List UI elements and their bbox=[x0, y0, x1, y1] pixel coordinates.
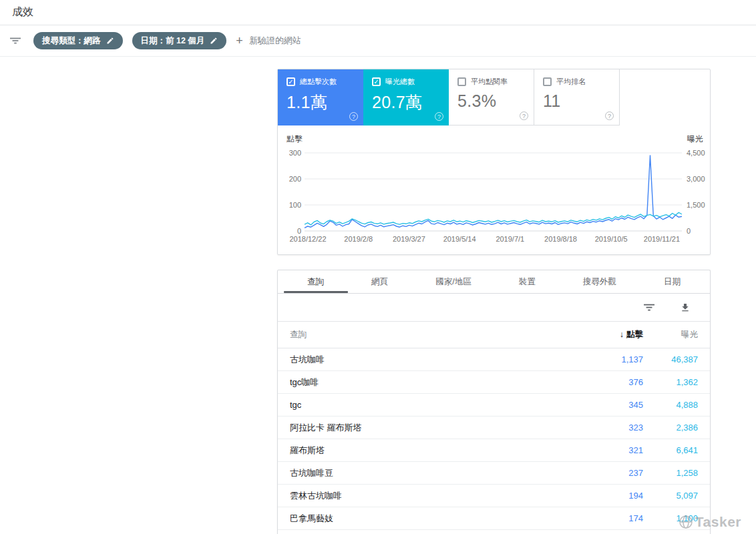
metric-label: 平均排名 bbox=[556, 77, 586, 87]
axis-tick-label: 2018/12/22 bbox=[289, 235, 326, 243]
metric-value: 1.1萬 bbox=[287, 91, 363, 113]
checkbox-unchecked-icon[interactable] bbox=[457, 77, 466, 86]
metric-value: 11 bbox=[543, 91, 619, 111]
axis-tick-label: 2019/8/18 bbox=[544, 235, 577, 243]
edit-pencil-icon bbox=[210, 37, 218, 45]
checkbox-checked-icon[interactable]: ✓ bbox=[287, 77, 295, 86]
query-cell: 雲林古坑咖啡 bbox=[278, 490, 570, 502]
axis-tick-label: 2019/5/14 bbox=[443, 235, 476, 243]
metric-label: 曝光總數 bbox=[385, 77, 415, 87]
filter-chip-date-range[interactable]: 日期：前 12 個月 bbox=[132, 32, 227, 49]
axis-tick-label: 300 bbox=[289, 149, 301, 157]
impressions-cell: 5,097 bbox=[643, 491, 710, 501]
plus-icon: + bbox=[236, 35, 243, 47]
clicks-cell: 194 bbox=[570, 491, 643, 501]
tab-dates[interactable]: 日期 bbox=[660, 270, 685, 293]
clicks-cell: 321 bbox=[570, 445, 643, 455]
help-icon[interactable]: ? bbox=[605, 111, 614, 120]
metric-value: 5.3% bbox=[457, 91, 534, 111]
table-row[interactable]: 羅布斯塔 321 6,641 bbox=[278, 439, 710, 462]
axis-tick-label: 2019/10/5 bbox=[595, 235, 628, 243]
table-row[interactable]: 古坑咖啡 1,137 46,387 bbox=[278, 348, 710, 371]
add-new-comparison-button[interactable]: + 新驗證的網站 bbox=[236, 35, 301, 47]
sort-descending-icon: ↓ bbox=[620, 330, 624, 339]
clicks-cell: 1,137 bbox=[570, 354, 643, 364]
metric-value: 20.7萬 bbox=[372, 91, 449, 113]
query-cell: 巴拿馬藝妓 bbox=[278, 513, 570, 525]
impressions-cell: 6,641 bbox=[643, 445, 710, 455]
main-content: ✓ 總點擊次數 1.1萬 ? ✓ 曝光總數 20.7萬 ? 平均點閱率 bbox=[277, 69, 711, 534]
impressions-cell: 1,258 bbox=[643, 468, 710, 478]
query-cell: 羅布斯塔 bbox=[278, 445, 570, 457]
axis-tick-label: 200 bbox=[289, 175, 301, 183]
metric-label: 總點擊次數 bbox=[300, 77, 337, 87]
metric-tile-average-position[interactable]: 平均排名 11 ? bbox=[534, 69, 620, 125]
filter-list-icon[interactable] bbox=[7, 32, 24, 49]
query-cell: 古坑咖啡豆 bbox=[278, 467, 570, 479]
impressions-cell: 1,362 bbox=[643, 377, 710, 387]
chart-plot-area[interactable] bbox=[305, 153, 682, 231]
active-tab-underline bbox=[284, 291, 348, 293]
tab-search-appearance[interactable]: 搜尋外觀 bbox=[579, 270, 620, 293]
checkbox-unchecked-icon[interactable] bbox=[543, 77, 552, 86]
download-icon[interactable] bbox=[677, 299, 694, 316]
axis-tick-label: 2019/2/8 bbox=[344, 235, 373, 243]
tab-queries[interactable]: 查詢 bbox=[303, 270, 328, 293]
impressions-cell: 46,387 bbox=[643, 354, 710, 364]
axis-tick-label: 4,500 bbox=[687, 149, 705, 157]
metric-label: 平均點閱率 bbox=[471, 77, 508, 87]
table-row[interactable]: tgc 345 4,888 bbox=[278, 394, 710, 417]
table-header-row: 查詢 ↓點擊 曝光 bbox=[278, 322, 710, 348]
dimensions-table-card: 查詢 網頁 國家/地區 裝置 搜尋外觀 日期 查詢 ↓點擊 曝光 bbox=[277, 270, 711, 534]
axis-tick-label: 2019/7/1 bbox=[496, 235, 524, 243]
edit-pencil-icon bbox=[106, 37, 114, 45]
query-cell: 古坑咖啡 bbox=[278, 354, 570, 366]
metric-tile-total-clicks[interactable]: ✓ 總點擊次數 1.1萬 ? bbox=[278, 69, 363, 125]
table-row[interactable]: 古坑咖啡豆 237 1,258 bbox=[278, 462, 710, 485]
table-row[interactable]: 阿拉比卡 羅布斯塔 323 2,386 bbox=[278, 417, 710, 439]
filter-bar: 搜尋類型：網路 日期：前 12 個月 + 新驗證的網站 bbox=[0, 25, 756, 57]
axis-tick-label: 2019/3/27 bbox=[393, 235, 425, 243]
impressions-cell: 1,100 bbox=[643, 513, 710, 523]
query-cell: tgc bbox=[278, 400, 570, 410]
metric-tile-total-impressions[interactable]: ✓ 曝光總數 20.7萬 ? bbox=[363, 69, 449, 125]
table-row[interactable]: 巴拿馬藝妓 174 1,100 bbox=[278, 507, 710, 530]
app-header: 成效 bbox=[0, 0, 756, 25]
dimension-tabs: 查詢 網頁 國家/地區 裝置 搜尋外觀 日期 bbox=[278, 270, 710, 294]
tab-devices[interactable]: 裝置 bbox=[515, 270, 540, 293]
query-cell: 阿拉比卡 羅布斯塔 bbox=[278, 422, 570, 434]
table-row[interactable]: tgc咖啡 376 1,362 bbox=[278, 371, 710, 394]
filter-chip-search-type[interactable]: 搜尋類型：網路 bbox=[33, 32, 123, 49]
clicks-cell: 345 bbox=[570, 400, 643, 410]
impressions-cell: 2,386 bbox=[643, 423, 710, 433]
axis-tick-label: 100 bbox=[289, 201, 301, 209]
column-header-impressions[interactable]: 曝光 bbox=[643, 329, 710, 340]
axis-tick-label: 0 bbox=[297, 227, 301, 235]
help-icon[interactable]: ? bbox=[349, 112, 358, 121]
checkbox-checked-icon[interactable]: ✓ bbox=[372, 77, 381, 86]
filter-chip-search-type-label: 搜尋類型：網路 bbox=[42, 35, 101, 47]
axis-tick-label: 1,500 bbox=[687, 201, 705, 209]
column-header-clicks[interactable]: ↓點擊 bbox=[570, 329, 643, 340]
help-icon[interactable]: ? bbox=[520, 111, 528, 120]
x-axis-ticks: 2018/12/222019/2/82019/3/272019/5/142019… bbox=[305, 235, 682, 244]
filter-chip-date-range-label: 日期：前 12 個月 bbox=[141, 35, 205, 47]
metric-tile-average-ctr[interactable]: 平均點閱率 5.3% ? bbox=[449, 69, 534, 125]
table-toolbar bbox=[278, 294, 710, 322]
performance-line-chart: 點擊 曝光 3002001000 4,5003,0001,5000 2018/1… bbox=[278, 125, 710, 254]
table-row[interactable]: 雲林古坑咖啡 194 5,097 bbox=[278, 485, 710, 507]
axis-tick-label: 3,000 bbox=[687, 175, 705, 183]
clicks-cell: 237 bbox=[570, 468, 643, 478]
axis-tick-label: 0 bbox=[687, 227, 691, 235]
right-axis-ticks: 4,5003,0001,5000 bbox=[687, 125, 713, 254]
tab-pages[interactable]: 網頁 bbox=[367, 270, 392, 293]
help-icon[interactable]: ? bbox=[435, 112, 443, 121]
axis-tick-label: 2019/11/21 bbox=[644, 235, 680, 243]
performance-chart-card: ✓ 總點擊次數 1.1萬 ? ✓ 曝光總數 20.7萬 ? 平均點閱率 bbox=[277, 69, 711, 255]
clicks-cell: 174 bbox=[570, 513, 643, 523]
table-filter-icon[interactable] bbox=[640, 299, 658, 316]
column-header-query[interactable]: 查詢 bbox=[278, 329, 570, 340]
table-body: 古坑咖啡 1,137 46,387 tgc咖啡 376 1,362 tgc 34… bbox=[278, 348, 710, 530]
metric-tiles: ✓ 總點擊次數 1.1萬 ? ✓ 曝光總數 20.7萬 ? 平均點閱率 bbox=[278, 69, 710, 125]
tab-countries[interactable]: 國家/地區 bbox=[431, 270, 475, 293]
